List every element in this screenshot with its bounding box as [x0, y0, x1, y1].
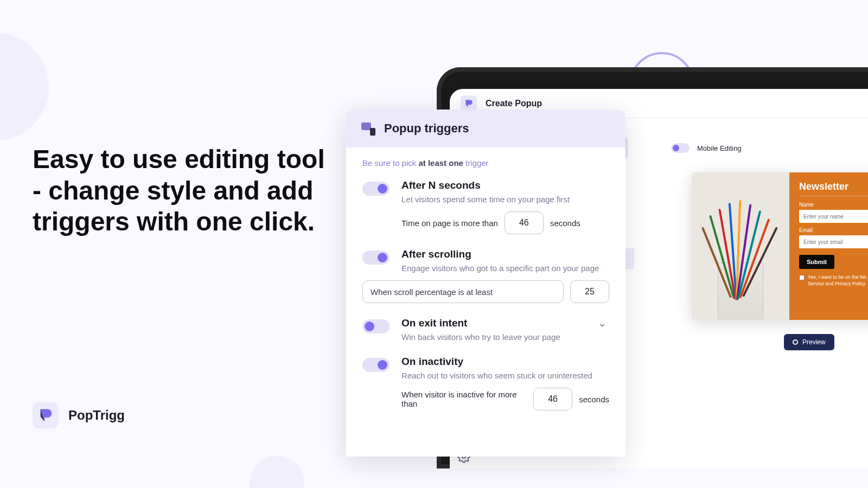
trigger-after-seconds: After N seconds Let visitors spend some … — [362, 179, 609, 234]
time-label-post: seconds — [550, 219, 580, 228]
trigger-title: After N seconds — [401, 179, 609, 191]
brand-logo-icon — [33, 402, 59, 428]
trigger-exit-intent: On exit intent Win back visitors who try… — [362, 317, 609, 342]
preview-consent-checkbox[interactable] — [799, 275, 805, 280]
mobile-editing-label: Mobile Editing — [697, 144, 742, 152]
trigger-inactivity-toggle[interactable] — [362, 358, 390, 372]
trigger-inactivity: On inactivity Reach out to visitors who … — [362, 356, 609, 410]
app-logo-icon — [461, 95, 477, 112]
decorative-circle — [0, 33, 49, 141]
scroll-condition-input[interactable] — [362, 280, 564, 303]
mobile-editing-toggle[interactable] — [671, 143, 690, 153]
triggers-hint: Be sure to pick at least one trigger — [362, 158, 609, 168]
preview-email-input[interactable] — [799, 235, 868, 248]
trigger-title: After scrolling — [401, 248, 609, 260]
preview-name-label: Name — [799, 202, 868, 208]
preview-submit-button[interactable]: Submit — [799, 255, 834, 269]
chevron-down-icon[interactable] — [598, 322, 606, 329]
popup-preview: Newsletter Name Email Submit Yes, I want… — [692, 172, 868, 320]
marketing-headline: Easy to use editing tool - change style … — [33, 144, 336, 237]
brand: PopTrigg — [33, 402, 125, 428]
newsletter-title: Newsletter — [799, 181, 868, 196]
trigger-scroll-toggle[interactable] — [362, 251, 390, 265]
triggers-icon — [361, 123, 375, 134]
trigger-title: On exit intent — [401, 317, 609, 329]
preview-column: Mobile Editing — [659, 138, 868, 350]
inactivity-seconds-input[interactable] — [533, 388, 572, 410]
inactivity-label-pre: When visitor is inactive for more than — [401, 390, 527, 408]
decorative-circle — [250, 455, 304, 488]
time-on-page-input[interactable] — [505, 211, 544, 234]
trigger-desc: Reach out to visitors who seem stuck or … — [401, 371, 609, 380]
time-label-pre: Time on page is more than — [401, 219, 498, 228]
preview-name-input[interactable] — [799, 210, 868, 223]
popup-triggers-card: Popup triggers Be sure to pick at least … — [346, 110, 626, 457]
preview-consent-text: Yes, I want to be on the list. See our T… — [808, 274, 868, 287]
trigger-desc: Engage visitors who got to a specific pa… — [401, 264, 609, 273]
page-title: Create Popup — [486, 99, 542, 108]
eye-icon — [793, 339, 798, 345]
trigger-after-seconds-toggle[interactable] — [362, 182, 390, 196]
preview-email-label: Email — [799, 227, 868, 233]
trigger-exit-toggle[interactable] — [362, 319, 390, 333]
trigger-desc: Win back visitors who try to leave your … — [401, 332, 609, 342]
inactivity-label-post: seconds — [579, 395, 609, 404]
triggers-title: Popup triggers — [384, 121, 469, 136]
scroll-percent-input[interactable] — [570, 280, 609, 303]
preview-button-label: Preview — [802, 338, 826, 346]
trigger-after-scrolling: After scrolling Engage visitors who got … — [362, 248, 609, 303]
trigger-desc: Let visitors spend some time on your pag… — [401, 195, 609, 204]
trigger-title: On inactivity — [401, 356, 609, 368]
preview-image — [692, 172, 789, 320]
brand-name: PopTrigg — [68, 408, 125, 423]
preview-button[interactable]: Preview — [784, 334, 834, 350]
